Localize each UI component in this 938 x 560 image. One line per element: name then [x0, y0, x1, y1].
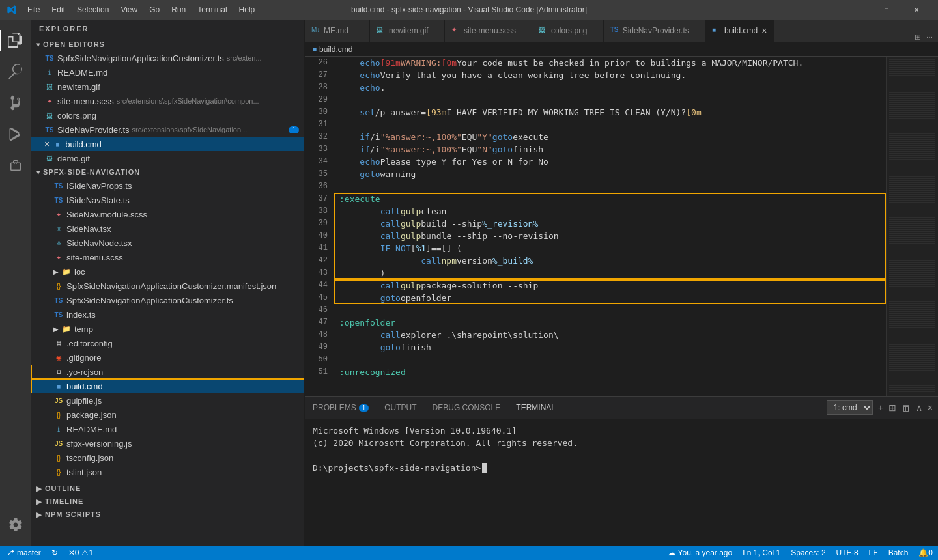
code-area[interactable]: 26 27 28 29 30 31 32 33 34 35 36 37	[305, 57, 886, 396]
menu-file[interactable]: File	[22, 3, 45, 17]
activity-explorer[interactable]	[0, 25, 31, 56]
status-language[interactable]: Batch	[883, 546, 914, 560]
activity-source-control[interactable]	[0, 87, 31, 119]
status-notifications[interactable]: 🔔 0	[913, 546, 938, 560]
tab-sidenavprovider-ts[interactable]: TS SideNavProvider.ts ×	[604, 20, 705, 42]
sidebar-item-package-json[interactable]: {} package.json	[31, 408, 304, 422]
more-actions-icon[interactable]: ···	[926, 33, 933, 42]
terminal-line-3	[313, 449, 930, 462]
menu-help[interactable]: Help	[234, 3, 261, 17]
code-line-46	[339, 304, 886, 316]
terminal-tab-terminal[interactable]: TERMINAL	[508, 397, 563, 419]
sidebar-item-build-cmd-project[interactable]: ■ build.cmd	[31, 379, 304, 393]
tab-build-cmd[interactable]: ■ build.cmd ×	[705, 20, 775, 42]
split-terminal-icon[interactable]: ⊞	[888, 402, 896, 413]
close-button[interactable]: ✕	[902, 0, 931, 20]
sidebar-item-gulpfile[interactable]: JS gulpfile.js	[31, 393, 304, 408]
project-section[interactable]: ▾ SPFX-SIDE-NAVIGATION	[31, 165, 304, 178]
line-numbers: 26 27 28 29 30 31 32 33 34 35 36 37	[305, 57, 334, 396]
sidebar-item-index-ts[interactable]: TS index.ts	[31, 307, 304, 322]
add-terminal-icon[interactable]: +	[878, 402, 883, 413]
sidebar-item-loc[interactable]: ▶ 📁 loc	[31, 264, 304, 279]
sidebar-item-build-cmd[interactable]: × ■ build.cmd	[31, 137, 304, 151]
line-33: 33	[305, 143, 328, 156]
status-spaces[interactable]: Spaces: 2	[786, 546, 831, 560]
activity-settings[interactable]	[0, 509, 31, 540]
sidebar-item-manifest-json[interactable]: {} SpfxSideNavigationApplicationCustomiz…	[31, 279, 304, 293]
terminal-session-select[interactable]: 1: cmd	[827, 400, 873, 415]
sidebar-item-editorconfig[interactable]: ⚙ .editorconfig	[31, 336, 304, 350]
sidebar-item-tslint[interactable]: {} tslint.json	[31, 465, 304, 479]
maximize-panel-icon[interactable]: ∧	[916, 402, 922, 413]
sidebar-item-sfpx-versioning[interactable]: JS sfpx-versioning.js	[31, 436, 304, 451]
sidebar-item-app-customizer-ts-2[interactable]: TS SpfxSideNavigationApplicationCustomiz…	[31, 293, 304, 307]
sidebar-item-temp[interactable]: ▶ 📁 temp	[31, 322, 304, 336]
sidebar-item-demo-gif[interactable]: 🖼 demo.gif	[31, 151, 304, 165]
terminal-content[interactable]: Microsoft Windows [Version 10.0.19640.1]…	[305, 419, 938, 546]
menu-run[interactable]: Run	[166, 3, 191, 17]
split-editor-icon[interactable]: ⊞	[915, 33, 921, 42]
close-panel-icon[interactable]: ×	[928, 402, 933, 413]
breadcrumb-label: build.cmd	[319, 45, 352, 54]
md-icon: M↓	[311, 26, 320, 35]
npm-scripts-section[interactable]: ▶ NPM SCRIPTS	[31, 508, 304, 521]
status-left: ⎇ master ↻ ✕ 0 ⚠ 1	[0, 546, 98, 560]
sidebar-item-colors-png[interactable]: 🖼 colors.png	[31, 108, 304, 122]
terminal-tab-problems[interactable]: PROBLEMS 1	[305, 397, 377, 419]
sidebar-item-tsconfig[interactable]: {} tsconfig.json	[31, 451, 304, 465]
sidebar-item-yo-rcjson[interactable]: ⚙ .yo-rcjson	[31, 365, 304, 379]
minimap	[886, 57, 938, 396]
tab-me-md[interactable]: M↓ ME.md ×	[305, 20, 370, 42]
tab-site-menu-scss[interactable]: ✦ site-menu.scss ×	[445, 20, 532, 42]
activity-extensions[interactable]	[0, 150, 31, 181]
sidebar-item-newitem-gif[interactable]: 🖼 newitem.gif	[31, 79, 304, 94]
status-line-ending[interactable]: LF	[864, 546, 883, 560]
file-badge: 1	[289, 126, 299, 133]
sidebar-item-readme-project[interactable]: ℹ README.md	[31, 422, 304, 436]
terminal-tab-output[interactable]: OUTPUT	[377, 397, 424, 419]
sidebar-item-isidenavprops[interactable]: TS ISideNavProps.ts	[31, 178, 304, 193]
tab-colors-png[interactable]: 🖼 colors.png ×	[532, 20, 604, 42]
outline-section[interactable]: ▶ OUTLINE	[31, 482, 304, 495]
sidebar-item-site-menu-scss[interactable]: ✦ site-menu.scss src/extensions\spfxSide…	[31, 94, 304, 108]
menu-view[interactable]: View	[115, 3, 143, 17]
activity-run[interactable]	[0, 119, 31, 150]
gif-icon: 🖼	[44, 153, 55, 163]
sidebar-item-gitignore[interactable]: ◉ .gitignore	[31, 350, 304, 365]
line-42: 42	[305, 255, 328, 267]
sidebar-item-sidenav-tsx[interactable]: ⚛ SideNav.tsx	[31, 221, 304, 236]
sidebar-item-site-menu-scss-2[interactable]: ✦ site-menu.scss	[31, 250, 304, 264]
sidebar-item-isidenavstate[interactable]: TS ISideNavState.ts	[31, 193, 304, 207]
status-errors[interactable]: ✕ 0 ⚠ 1	[63, 546, 98, 560]
status-sync[interactable]: ↻	[46, 546, 63, 560]
menu-terminal[interactable]: Terminal	[192, 3, 232, 17]
sidebar-item-sidenav-module-scss[interactable]: ✦ SideNav.module.scss	[31, 207, 304, 221]
tab-close-icon[interactable]: ×	[761, 26, 767, 35]
ts-icon: TS	[53, 180, 64, 191]
remote-label: You, a year ago	[678, 548, 733, 557]
status-position[interactable]: Ln 1, Col 1	[737, 546, 786, 560]
timeline-section[interactable]: ▶ TIMELINE	[31, 495, 304, 508]
menu-selection[interactable]: Selection	[72, 3, 114, 17]
activity-search[interactable]	[0, 56, 31, 87]
notification-count: 0	[928, 548, 933, 557]
status-encoding[interactable]: UTF-8	[831, 546, 864, 560]
sidebar-item-sidenavprovider-ts[interactable]: TS SideNavProvider.ts src/extensions\spf…	[31, 122, 304, 137]
file-name: tslint.json	[66, 468, 102, 477]
minimize-button[interactable]: −	[842, 0, 872, 20]
status-branch[interactable]: ⎇ master	[0, 546, 46, 560]
kill-terminal-icon[interactable]: 🗑	[902, 402, 911, 413]
menu-edit[interactable]: Edit	[46, 3, 70, 17]
terminal-tab-debug[interactable]: DEBUG CONSOLE	[425, 397, 509, 419]
code-line-48: call explorer .\sharepoint\solution\	[339, 329, 886, 341]
code-line-30: set /p answer=[93mI HAVE VERIFIED MY WOR…	[339, 106, 886, 119]
code-line-26: echo [91mWARNING:[0m Your code must be c…	[339, 57, 886, 69]
menu-go[interactable]: Go	[144, 3, 165, 17]
maximize-button[interactable]: □	[872, 0, 902, 20]
open-editors-section[interactable]: ▾ OPEN EDITORS	[31, 38, 304, 51]
tab-newitem-gif[interactable]: 🖼 newitem.gif ×	[370, 20, 445, 42]
sidebar-item-app-customizer-ts[interactable]: TS SpfxSideNavigationApplicationCustomiz…	[31, 51, 304, 65]
status-remote[interactable]: ☁ You, a year ago	[662, 546, 738, 560]
sidebar-item-sidenavnode-tsx[interactable]: ⚛ SideNavNode.tsx	[31, 236, 304, 250]
sidebar-item-readme[interactable]: ℹ README.md	[31, 65, 304, 79]
